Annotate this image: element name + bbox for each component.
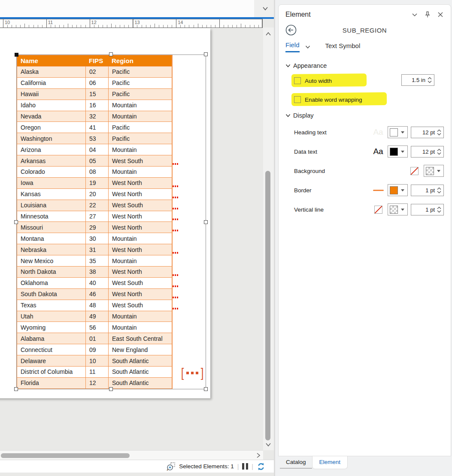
selection-handle-bottom-right[interactable]: [204, 387, 208, 391]
zoom-to-selected-icon[interactable]: [166, 462, 176, 471]
spinner-up-icon[interactable]: [437, 129, 441, 132]
spinner-up-icon[interactable]: [437, 206, 441, 209]
table-row: California 06 Pacific: [17, 77, 172, 88]
overflow-dot: [186, 372, 189, 374]
table-row: Minnesota 27 West North: [17, 211, 172, 222]
cell-name: District of Columbia: [17, 367, 85, 377]
table-row: Kansas 20 West North: [17, 188, 172, 200]
cell-region: West North: [108, 244, 172, 255]
ruler-cursor-indicator: [133, 19, 133, 27]
selection-handle-mid-right[interactable]: [204, 220, 208, 224]
pane-menu-chevron-icon[interactable]: [411, 11, 418, 18]
selected-field-title: SUB_REGION: [297, 27, 433, 34]
word-wrapping-checkbox[interactable]: [294, 96, 301, 103]
table-row: Alaska 02 Pacific: [17, 66, 172, 77]
table-header-row: Name FIPS Region: [17, 55, 172, 66]
spinner-down-icon[interactable]: [428, 80, 432, 83]
selection-handle-bottom-left[interactable]: [14, 387, 18, 391]
spinner-up-icon[interactable]: [437, 149, 441, 152]
heading-text-color-dropdown[interactable]: [388, 126, 408, 138]
cell-fips: 30: [85, 233, 108, 244]
spinner-up-icon[interactable]: [428, 77, 432, 80]
pin-icon[interactable]: [424, 11, 431, 18]
vertical-line-width-spinner[interactable]: 1 pt: [411, 204, 444, 215]
background-color-dropdown[interactable]: [424, 165, 444, 177]
table-row: Oregon 41 Pacific: [17, 121, 172, 133]
cell-fips: 09: [85, 344, 108, 355]
tab-field[interactable]: Field: [285, 41, 300, 52]
border-color-dropdown[interactable]: [388, 184, 408, 196]
cell-name: Montana: [17, 233, 85, 244]
cell-region: West South: [108, 200, 172, 211]
table-row: Florida 12 South Atlantic: [17, 377, 172, 388]
collapse-chevron-icon: [285, 63, 291, 68]
spinner-down-icon[interactable]: [437, 152, 441, 155]
vertical-scroll-thumb[interactable]: [265, 171, 270, 440]
word-wrapping-label: Enable word wrapping: [305, 97, 362, 103]
tab-catalog[interactable]: Catalog: [280, 456, 312, 469]
auto-width-checkbox[interactable]: [294, 77, 301, 84]
spinner-up-icon[interactable]: [437, 187, 441, 190]
selected-elements-label: Selected Elements: 1: [179, 463, 234, 470]
cell-name: Alaska: [17, 67, 85, 77]
pane-title: Element: [285, 11, 411, 18]
table-row: Arkansas 05 West South: [17, 155, 172, 166]
tab-text-symbol[interactable]: Text Symbol: [325, 42, 361, 52]
table-row: Wyoming 56 Mountain: [17, 321, 172, 333]
pane-splitter[interactable]: [274, 0, 275, 476]
vertical-line-color-dropdown[interactable]: [388, 203, 408, 215]
cell-region: West North: [108, 211, 172, 222]
section-appearance[interactable]: Appearance: [285, 62, 444, 69]
ribbon-collapse-icon[interactable]: [262, 5, 269, 12]
selection-handle-top-right[interactable]: [204, 52, 208, 56]
field-dropdown-chevron-icon[interactable]: [305, 44, 311, 50]
cell-region: Mountain: [108, 322, 172, 333]
tab-element[interactable]: Element: [312, 456, 348, 469]
selection-handle-mid-left[interactable]: [14, 220, 18, 224]
cell-fips: 53: [85, 133, 108, 144]
cell-fips: 48: [85, 300, 108, 311]
selection-handle-top-center[interactable]: [109, 52, 113, 56]
spinner-down-icon[interactable]: [437, 133, 441, 136]
dropdown-arrow-icon: [401, 209, 404, 211]
vertical-line-none-icon: [374, 206, 382, 214]
width-spinner[interactable]: 1.5 in: [401, 74, 434, 86]
horizontal-scroll-thumb[interactable]: [1, 453, 130, 458]
vertical-line-width-value: 1 pt: [425, 206, 435, 213]
heading-text-size-spinner[interactable]: 12 pt: [411, 127, 444, 138]
ruler-label: 13: [134, 20, 140, 25]
table-row: Louisiana 22 West South: [17, 200, 172, 211]
table-row: South Dakota 46 West North: [17, 288, 172, 300]
truncation-dots: [173, 285, 178, 287]
horizontal-scrollbar[interactable]: [0, 450, 263, 460]
cell-fips: 35: [85, 255, 108, 266]
refresh-icon[interactable]: [257, 462, 265, 471]
table-frame-element[interactable]: Name FIPS Region Alaska 02 Pacific: [16, 55, 173, 389]
spinner-down-icon[interactable]: [437, 210, 441, 213]
pause-drawing-button[interactable]: [242, 463, 248, 470]
close-icon[interactable]: [437, 11, 444, 18]
scroll-down-icon[interactable]: [265, 441, 272, 448]
cell-region: Mountain: [108, 111, 172, 122]
spinner-down-icon[interactable]: [437, 191, 441, 194]
cell-region: New England: [108, 344, 172, 355]
scroll-right-icon[interactable]: [255, 452, 261, 459]
layout-page[interactable]: Name FIPS Region Alaska 02 Pacific: [0, 28, 210, 398]
ruler-label: 12: [91, 20, 97, 25]
back-button[interactable]: [285, 24, 297, 36]
cell-fips: 31: [85, 244, 108, 255]
border-width-spinner[interactable]: 1 pt: [411, 185, 444, 196]
cell-region: Mountain: [108, 311, 172, 322]
vertical-scrollbar[interactable]: [263, 27, 274, 450]
cell-name: Wyoming: [17, 322, 85, 333]
selection-handle-bottom-center[interactable]: [109, 387, 113, 391]
separator: |: [252, 463, 253, 470]
column-header-region: Region: [108, 55, 172, 66]
layout-viewport[interactable]: Name FIPS Region Alaska 02 Pacific: [0, 28, 263, 450]
data-text-color-dropdown[interactable]: [388, 146, 408, 158]
data-text-size-spinner[interactable]: 12 pt: [411, 146, 444, 158]
selection-handle-top-left[interactable]: [15, 53, 18, 57]
scroll-up-icon[interactable]: [265, 31, 272, 38]
ruler-label: 11: [48, 20, 53, 25]
section-display[interactable]: Display: [285, 112, 444, 119]
